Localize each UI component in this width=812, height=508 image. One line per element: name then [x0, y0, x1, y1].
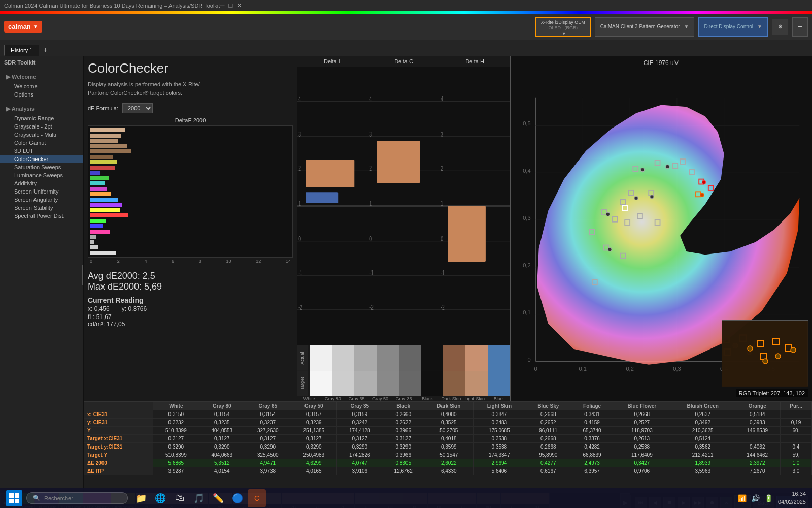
sidebar-item-saturation-sweeps[interactable]: Saturation Sweeps [0, 163, 83, 171]
table-cell: 50,1547 [424, 451, 473, 459]
add-tab-button[interactable]: + [39, 44, 51, 56]
target-swatch[interactable] [310, 371, 332, 396]
volume-icon[interactable]: 🔊 [751, 493, 761, 503]
menu-icon: ☰ [798, 24, 802, 29]
actual-swatch[interactable] [488, 345, 510, 371]
sidebar-item-welcome[interactable]: Welcome [0, 82, 83, 90]
taskbar-app-edge[interactable]: 🌐 [151, 489, 170, 507]
bar-fill [90, 144, 127, 148]
network-icon[interactable]: 📶 [737, 493, 748, 503]
taskbar-app-chrome[interactable]: 🔵 [228, 489, 247, 507]
windows-logo-icon [9, 493, 19, 503]
table-cell: 0,3127 [153, 435, 199, 443]
table-cell: 0,3427 [613, 459, 671, 467]
table-col-header: Bluish Green [671, 402, 734, 410]
delta-l-svg: 4 3 2 1 0 -1 -2 [297, 67, 368, 345]
sidebar-item-spectral-power[interactable]: Spectral Power Dist. [0, 212, 83, 220]
actual-swatch[interactable] [399, 345, 421, 371]
sidebar-item-color-gamut[interactable]: Color Gamut [0, 139, 83, 147]
history-tab[interactable]: History 1 [4, 45, 39, 56]
ddc-dropdown[interactable]: ▼ [757, 24, 762, 29]
sidebar-section-header-analysis[interactable]: ▶ Analysis [0, 103, 83, 114]
tabbar: History 1 + [0, 40, 812, 56]
svg-text:2: 2 [298, 164, 301, 173]
ddc-button[interactable]: Direct Display Control ▼ [698, 17, 768, 37]
actual-swatch[interactable] [443, 345, 465, 371]
table-cell: 0,3431 [571, 410, 613, 419]
data-table-container[interactable]: WhiteGray 80Gray 65Gray 50Gray 35BlackDa… [84, 402, 812, 493]
taskbar-app-music[interactable]: 🎵 [190, 489, 208, 507]
titlebar-controls: ─ □ ✕ [220, 2, 242, 9]
sidebar-section-header-welcome[interactable]: ▶ Welcome [0, 71, 83, 82]
logo-dropdown-arrow[interactable]: ▼ [33, 24, 38, 29]
sidebar-item-dynamic-range[interactable]: Dynamic Range [0, 114, 83, 122]
device2-dropdown[interactable]: ▼ [684, 24, 689, 29]
svg-text:3: 3 [298, 130, 301, 138]
device1-dropdown[interactable]: ▼ [562, 31, 566, 36]
clock-time: 16:34 [778, 490, 806, 498]
target-swatch[interactable] [488, 371, 510, 396]
sidebar-item-colorchecker[interactable]: ColorChecker [0, 155, 83, 163]
rgb-triplet: RGB Triplet: 207, 143, 102 [736, 389, 808, 397]
target-swatch[interactable] [377, 371, 399, 396]
max-de-value: Max dE2000: 5,69 [88, 281, 293, 292]
sidebar-item-grayscale-2pt[interactable]: Grayscale - 2pt [0, 122, 83, 131]
sidebar-item-screen-angularity[interactable]: Screen Angularity [0, 196, 83, 204]
sidebar-toggle-button[interactable]: ◀ [82, 265, 84, 285]
menu-button[interactable]: ☰ [792, 17, 808, 37]
search-bar[interactable]: 🔍 Rechercher [26, 492, 128, 504]
target-swatch[interactable] [399, 371, 421, 396]
swatch-name-label: Light Skin [463, 396, 487, 401]
target-swatch[interactable] [465, 371, 488, 396]
actual-swatch[interactable] [354, 345, 377, 371]
sidebar-item-grayscale-multi[interactable]: Grayscale - Multi [0, 131, 83, 139]
sidebar-item-3d-lut[interactable]: 3D LUT [0, 147, 83, 155]
actual-swatch[interactable] [310, 345, 332, 371]
table-cell: 0,8305 [383, 459, 424, 467]
taskbar-app-pen[interactable]: ✏️ [209, 489, 227, 507]
colorchecker-title: ColorChecker [88, 60, 293, 76]
taskbar-apps: 📁 🌐 🛍 🎵 ✏️ 🔵 C [132, 489, 266, 507]
table-cell: 4,0747 [337, 459, 383, 467]
actual-swatch[interactable] [377, 345, 399, 371]
bar-fill [90, 149, 131, 153]
svg-text:0: 0 [369, 234, 372, 243]
target-swatch[interactable] [354, 371, 377, 396]
close-button[interactable]: ✕ [236, 2, 242, 9]
table-cell: 250,4983 [291, 451, 336, 459]
de-formula-select[interactable]: 2000ITPCMC9476 [122, 103, 153, 113]
table-cell: 60, [780, 427, 811, 435]
bar-fill [90, 213, 128, 217]
target-swatch[interactable] [443, 371, 465, 396]
table-cell: 12,6762 [383, 467, 424, 475]
swatch-name-label: Black [416, 396, 439, 401]
battery-icon[interactable]: 🔋 [764, 493, 774, 503]
target-swatch[interactable] [421, 371, 443, 396]
actual-swatch[interactable] [332, 345, 354, 371]
taskbar-app-files[interactable]: 📁 [132, 489, 150, 507]
bar-row [90, 160, 290, 164]
start-button[interactable] [6, 490, 22, 506]
taskbar-clock[interactable]: 16:34 04/02/2025 [778, 490, 806, 506]
target-swatch[interactable] [332, 371, 354, 396]
device1-button[interactable]: X-Rite i1Display OEM OLED · (RGB) ▼ [535, 17, 591, 37]
sidebar-item-screen-uniformity[interactable]: Screen Uniformity [0, 187, 83, 196]
settings-button[interactable]: ⚙ [772, 19, 788, 35]
maximize-button[interactable]: □ [229, 2, 233, 9]
sidebar-item-options[interactable]: Options [0, 90, 83, 99]
sidebar-item-screen-stability[interactable]: Screen Stability [0, 204, 83, 212]
table-cell: 325,4500 [245, 451, 291, 459]
actual-swatch[interactable] [421, 345, 443, 371]
svg-text:0: 0 [534, 366, 537, 372]
svg-text:-2: -2 [369, 303, 374, 311]
titlebar-title: Calman 2024 Calman Ultimate for Business… [4, 3, 220, 9]
sidebar-item-luminance-sweeps[interactable]: Luminance Sweeps [0, 171, 83, 179]
actual-swatch[interactable] [465, 345, 488, 371]
calman-logo[interactable]: calman ▼ [4, 21, 42, 33]
data-table-panel: WhiteGray 80Gray 65Gray 50Gray 35BlackDa… [84, 401, 812, 493]
device2-button[interactable]: CalMAN Client 3 Pattern Generator ▼ [595, 17, 695, 37]
sidebar-item-additivity[interactable]: Additivity [0, 179, 83, 187]
taskbar-app-calman[interactable]: C [248, 489, 266, 507]
minimize-button[interactable]: ─ [220, 2, 224, 9]
taskbar-app-store[interactable]: 🛍 [171, 489, 189, 507]
